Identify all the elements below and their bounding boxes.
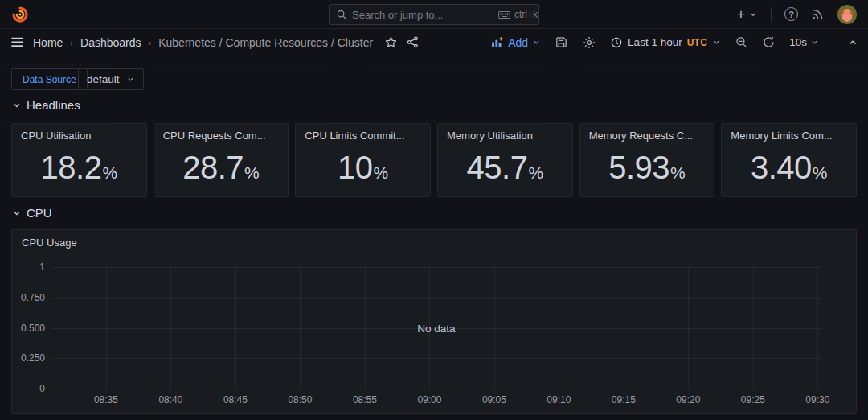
y-axis-tick-label: 0.500 xyxy=(21,323,45,334)
timezone-label: UTC xyxy=(687,37,708,48)
grid-vline xyxy=(559,267,559,389)
refresh-icon[interactable] xyxy=(762,35,776,49)
search-input[interactable] xyxy=(352,9,493,21)
x-axis-tick-label: 08:35 xyxy=(94,394,118,406)
breadcrumb-current: Kubernetes / Compute Resources / Cluster xyxy=(158,36,373,49)
save-icon[interactable] xyxy=(555,35,568,49)
section-cpu-label: CPU xyxy=(27,206,52,220)
cpu-usage-panel: CPU Usage No data 10.7500.5000.250008:35… xyxy=(11,229,857,414)
divider xyxy=(833,35,833,50)
chevron-right-icon: › xyxy=(149,38,152,47)
stat-panel: CPU Utilisation 18.2% xyxy=(11,123,147,197)
grid-hline xyxy=(52,358,821,359)
zoom-out-icon[interactable] xyxy=(735,35,748,49)
dashboard-settings-gear-icon[interactable] xyxy=(582,35,596,50)
x-axis-tick-label: 09:20 xyxy=(676,394,700,406)
collapse-toolbar-chevron-up-icon[interactable] xyxy=(847,37,858,48)
plus-icon: + xyxy=(737,6,745,23)
grid-vline xyxy=(170,267,171,389)
data-source-select[interactable]: default xyxy=(78,68,144,90)
toolbar-right-actions: Add Last 1 hour UTC xyxy=(490,35,858,50)
share-icon[interactable] xyxy=(406,35,420,49)
grid-hline xyxy=(52,267,821,268)
x-axis-tick-label: 09:15 xyxy=(612,394,636,406)
data-source-button[interactable]: Data Source xyxy=(11,68,88,90)
user-avatar[interactable] xyxy=(837,5,857,24)
stat-value: 10% xyxy=(296,140,430,195)
chevron-down-icon xyxy=(12,101,22,110)
data-source-value: default xyxy=(87,73,120,85)
stat-panel: Memory Requests C... 5.93% xyxy=(579,123,715,197)
section-cpu-toggle[interactable]: CPU xyxy=(12,206,52,220)
stat-panel: Memory Utilisation 45.7% xyxy=(437,123,573,197)
stat-panel: CPU Limits Commit... 10% xyxy=(295,123,431,197)
add-panel-icon xyxy=(490,35,504,49)
dashboard-toolbar: Home › Dashboards › Kubernetes / Compute… xyxy=(0,29,868,56)
grid-vline xyxy=(753,267,754,389)
grid-vline xyxy=(624,267,624,389)
y-axis-tick-label: 0.750 xyxy=(21,292,45,303)
x-axis-tick-label: 08:40 xyxy=(158,394,182,406)
topbar-right-actions: + ? xyxy=(737,5,857,24)
grid-vline xyxy=(429,267,430,389)
top-nav-bar: ctrl+k + ? xyxy=(0,0,868,29)
x-axis-tick-label: 09:25 xyxy=(741,394,765,406)
grid-hline xyxy=(52,328,821,329)
grid-vline xyxy=(688,267,689,389)
stat-value: 5.93% xyxy=(580,140,714,195)
x-axis-tick-label: 09:05 xyxy=(482,394,506,406)
time-range-picker[interactable]: Last 1 hour UTC xyxy=(610,36,721,49)
new-button[interactable]: + xyxy=(737,6,758,23)
plot-area: No data 10.7500.5000.250008:3508:4008:45… xyxy=(52,267,821,389)
search-shortcut: ctrl+k xyxy=(498,9,538,20)
grid-vline xyxy=(235,267,236,389)
y-axis-tick-label: 1 xyxy=(39,261,45,273)
stat-panel: Memory Limits Com... 3.40% xyxy=(721,123,857,197)
clock-icon xyxy=(610,36,623,49)
headlines-stats-row: CPU Utilisation 18.2% CPU Requests Com..… xyxy=(11,123,857,197)
section-headlines-label: Headlines xyxy=(27,98,80,112)
grid-dots-row xyxy=(0,64,868,65)
grid-dots-row xyxy=(0,216,868,216)
stat-value: 3.40% xyxy=(722,140,856,195)
global-search: ctrl+k xyxy=(329,4,539,25)
chevron-right-icon: › xyxy=(70,38,73,47)
breadcrumb-dashboards[interactable]: Dashboards xyxy=(80,36,141,49)
search-icon xyxy=(336,9,347,20)
favorite-star-icon[interactable] xyxy=(384,35,398,49)
stat-value: 45.7% xyxy=(438,140,572,195)
chart-panel-title[interactable]: CPU Usage xyxy=(22,237,77,249)
grid-hline xyxy=(52,298,821,299)
breadcrumb: Home › Dashboards › Kubernetes / Compute… xyxy=(33,36,373,49)
refresh-interval-picker[interactable]: 10s xyxy=(789,36,819,48)
section-headlines-toggle[interactable]: Headlines xyxy=(12,98,80,112)
grid-vline xyxy=(300,267,301,389)
grid-vline xyxy=(817,267,818,389)
menu-hamburger-icon[interactable] xyxy=(10,35,25,50)
grid-vline xyxy=(494,267,495,389)
divider xyxy=(771,7,772,22)
grid-dots-row xyxy=(0,121,868,122)
stat-value: 28.7% xyxy=(154,140,289,195)
time-range-label: Last 1 hour xyxy=(628,36,682,48)
y-axis-tick-label: 0 xyxy=(39,383,45,394)
stat-panel: CPU Requests Com... 28.7% xyxy=(154,123,289,197)
grid-hline xyxy=(52,389,821,389)
x-axis-tick-label: 08:50 xyxy=(288,394,312,406)
keyboard-icon xyxy=(498,10,510,19)
help-icon[interactable]: ? xyxy=(784,7,798,21)
grid-vline xyxy=(365,267,366,389)
news-rss-icon[interactable] xyxy=(811,7,825,21)
breadcrumb-home[interactable]: Home xyxy=(33,36,63,49)
grafana-logo-icon[interactable] xyxy=(11,6,29,23)
dashboard-content: Data Source default Headlines CPU Utilis… xyxy=(0,56,868,420)
x-axis-tick-label: 09:10 xyxy=(547,394,571,406)
stat-value: 18.2% xyxy=(12,140,146,195)
x-axis-tick-label: 09:00 xyxy=(417,394,441,406)
x-axis-tick-label: 09:30 xyxy=(805,394,829,406)
chevron-down-icon xyxy=(12,208,22,218)
grid-vline xyxy=(106,267,107,389)
x-axis-tick-label: 08:45 xyxy=(223,394,248,406)
add-panel-button[interactable]: Add xyxy=(490,35,541,49)
x-axis-tick-label: 08:55 xyxy=(353,394,377,406)
